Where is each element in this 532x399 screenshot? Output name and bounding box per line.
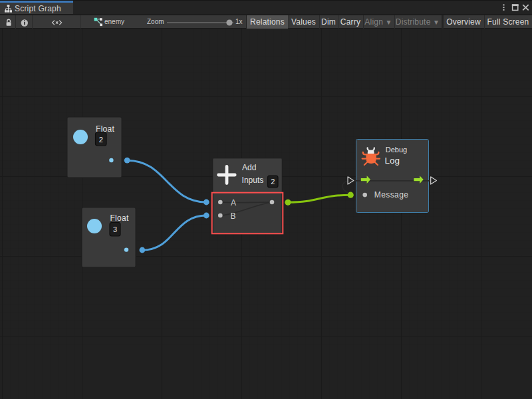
svg-text:Inputs: Inputs: [242, 176, 264, 185]
svg-text:3: 3: [113, 225, 117, 233]
svg-text:Add: Add: [242, 163, 256, 172]
svg-text:Float: Float: [110, 213, 129, 223]
svg-text:Log: Log: [385, 156, 400, 166]
svg-text:Message: Message: [374, 190, 409, 200]
svg-text:2: 2: [99, 136, 103, 144]
svg-text:2: 2: [271, 178, 275, 186]
svg-text:B: B: [231, 211, 236, 221]
svg-text:A: A: [231, 198, 236, 207]
svg-text:Debug: Debug: [386, 146, 407, 154]
